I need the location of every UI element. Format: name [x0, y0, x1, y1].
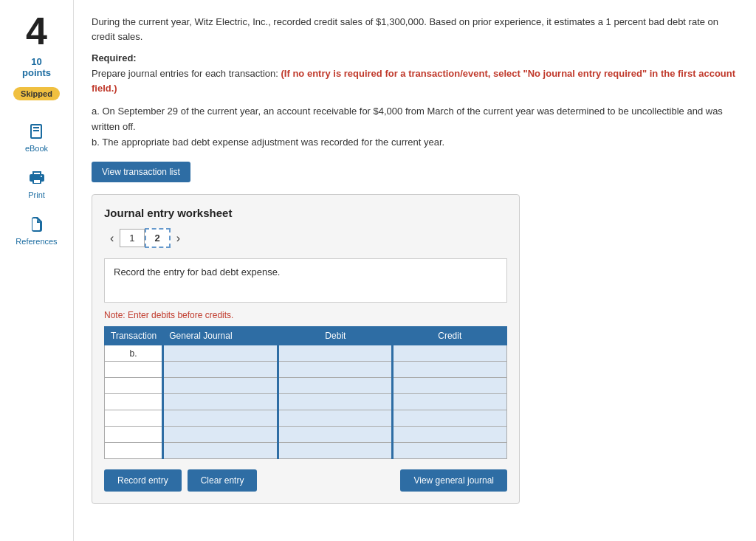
sidebar: 4 10 points Skipped eBook Print Referenc… — [0, 0, 74, 541]
transaction-cell: b. — [105, 345, 163, 362]
table-row — [105, 378, 507, 394]
journal-input[interactable] — [164, 362, 277, 377]
credit-input[interactable] — [394, 410, 506, 426]
debit-input-cell[interactable] — [278, 410, 393, 427]
view-general-journal-button[interactable]: View general journal — [400, 469, 507, 492]
credit-input-cell[interactable] — [393, 410, 507, 427]
view-transaction-list-button[interactable]: View transaction list — [92, 162, 190, 182]
worksheet-title: Journal entry worksheet — [104, 207, 507, 219]
sub-a-text: a. On September 29 of the current year, … — [92, 104, 738, 135]
points-text: points — [22, 67, 51, 78]
col-credit: Credit — [393, 327, 507, 345]
transaction-cell — [105, 394, 163, 410]
credit-input[interactable] — [394, 394, 506, 410]
ebook-icon — [26, 121, 47, 142]
references-icon — [26, 214, 47, 235]
debit-input[interactable] — [279, 362, 391, 377]
page-2-button[interactable]: 2 — [145, 228, 171, 248]
credit-input-cell[interactable] — [393, 362, 507, 378]
table-row — [105, 362, 507, 378]
journal-input-cell[interactable] — [163, 378, 278, 394]
debit-input-cell[interactable] — [278, 427, 393, 443]
transaction-cell — [105, 427, 163, 443]
table-row: b. — [105, 345, 507, 362]
debit-input-cell[interactable] — [278, 362, 393, 378]
debit-input[interactable] — [279, 443, 391, 458]
debit-input-cell[interactable] — [278, 443, 393, 459]
col-transaction: Transaction — [105, 327, 163, 345]
record-entry-button[interactable]: Record entry — [104, 469, 182, 492]
ebook-label: eBook — [25, 144, 48, 153]
journal-input[interactable] — [164, 345, 277, 361]
debit-input[interactable] — [279, 345, 391, 361]
description-box: Record the entry for bad debt expense. — [104, 258, 507, 303]
sidebar-item-print[interactable]: Print — [24, 162, 50, 205]
note-text: Note: Enter debits before credits. — [104, 310, 507, 320]
credit-input-cell[interactable] — [393, 427, 507, 443]
description-text: Record the entry for bad debt expense. — [114, 266, 280, 278]
credit-input[interactable] — [394, 427, 506, 442]
col-general-journal: General Journal — [163, 327, 278, 345]
debit-input[interactable] — [279, 410, 391, 426]
debit-input[interactable] — [279, 378, 391, 393]
journal-input[interactable] — [164, 394, 277, 410]
points-label: 10 points — [22, 56, 51, 78]
credit-input[interactable] — [394, 345, 506, 361]
credit-input[interactable] — [394, 378, 506, 393]
action-buttons: Record entry Clear entry View general jo… — [104, 469, 507, 492]
points-value: 10 — [22, 56, 51, 67]
sub-b-text: b. The appropriate bad debt expense adju… — [92, 135, 738, 151]
debit-input-cell[interactable] — [278, 378, 393, 394]
journal-input-cell[interactable] — [163, 362, 278, 378]
instruction-prefix: Prepare journal entries for each transac… — [92, 68, 281, 79]
journal-input-cell[interactable] — [163, 443, 278, 459]
sub-instructions: a. On September 29 of the current year, … — [92, 104, 738, 150]
journal-input-cell[interactable] — [163, 427, 278, 443]
journal-input-cell[interactable] — [163, 410, 278, 427]
page-prev-button[interactable]: ‹ — [104, 229, 120, 248]
transaction-cell — [105, 362, 163, 378]
journal-table: Transaction General Journal Debit Credit… — [104, 326, 507, 459]
sidebar-item-references[interactable]: References — [13, 208, 60, 252]
question-number: 4 — [26, 12, 47, 50]
problem-text: During the current year, Witz Electric, … — [92, 15, 738, 44]
debit-input[interactable] — [279, 427, 391, 442]
references-label: References — [16, 237, 57, 246]
credit-input[interactable] — [394, 362, 506, 377]
credit-input[interactable] — [394, 443, 506, 458]
table-row — [105, 410, 507, 427]
page-next-button[interactable]: › — [171, 229, 186, 248]
journal-input-cell[interactable] — [163, 345, 278, 362]
credit-input-cell[interactable] — [393, 345, 507, 362]
debit-input-cell[interactable] — [278, 394, 393, 410]
table-row — [105, 427, 507, 443]
instruction-text: Prepare journal entries for each transac… — [92, 66, 738, 95]
journal-input-cell[interactable] — [163, 394, 278, 410]
required-label: Required: — [92, 52, 738, 63]
credit-input-cell[interactable] — [393, 443, 507, 459]
transaction-cell — [105, 443, 163, 459]
print-icon — [27, 168, 47, 188]
debit-input-cell[interactable] — [278, 345, 393, 362]
clear-entry-button[interactable]: Clear entry — [188, 469, 258, 492]
main-content: During the current year, Witz Electric, … — [74, 0, 756, 541]
journal-input[interactable] — [164, 427, 277, 442]
credit-input-cell[interactable] — [393, 378, 507, 394]
transaction-cell — [105, 378, 163, 394]
table-row — [105, 394, 507, 410]
journal-input[interactable] — [164, 410, 277, 426]
skipped-badge: Skipped — [13, 87, 60, 100]
journal-input[interactable] — [164, 378, 277, 393]
worksheet-container: Journal entry worksheet ‹ 1 2 › Record t… — [92, 194, 520, 504]
transaction-cell — [105, 410, 163, 427]
pagination: ‹ 1 2 › — [104, 228, 507, 248]
page-1-button[interactable]: 1 — [120, 229, 144, 247]
table-row — [105, 443, 507, 459]
journal-input[interactable] — [164, 443, 277, 458]
credit-input-cell[interactable] — [393, 394, 507, 410]
debit-input[interactable] — [279, 394, 391, 410]
col-debit: Debit — [278, 327, 393, 345]
sidebar-item-ebook[interactable]: eBook — [22, 115, 51, 159]
print-label: Print — [28, 190, 45, 199]
